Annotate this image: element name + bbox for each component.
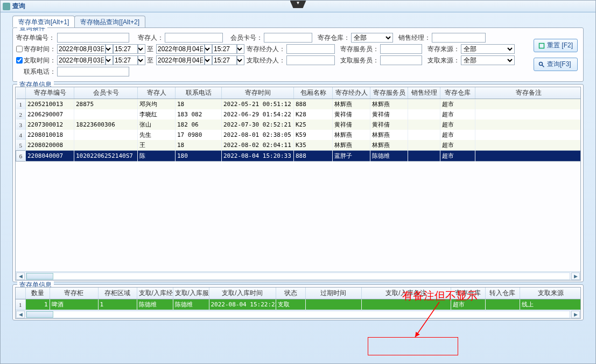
cell[interactable]: 888 [294,151,333,162]
cell[interactable]: 888 [294,99,333,110]
cell[interactable]: 超市 [440,151,475,162]
cell[interactable]: 2208020008 [26,140,74,151]
col-waiter[interactable]: 寄存服务员 [370,87,408,99]
input-deposit-to-time[interactable] [212,44,237,54]
scroll-thumb[interactable] [26,273,53,279]
table-row[interactable]: 1220521001328875邓兴均182022-05-21 00:51:12… [16,99,581,110]
checkbox-withdraw-time[interactable] [16,57,23,64]
cell[interactable]: 2205210013 [26,99,74,110]
cell[interactable]: 2022-08-01 02:38:05 [222,130,294,140]
spin-deposit-to-time[interactable] [237,44,244,54]
cell[interactable] [408,151,440,162]
cell[interactable]: 超市 [440,130,475,140]
cell[interactable]: 陈德维 [370,151,408,162]
cell[interactable]: 黄祥倩 [370,109,408,120]
spin-deposit-from-date[interactable] [106,44,113,54]
cell[interactable]: 2022-08-04 15:20:33 [222,151,294,162]
cell[interactable]: 5 [16,140,26,151]
scroll-thumb[interactable] [26,311,53,318]
input-depositor[interactable] [165,33,223,43]
cell[interactable]: K59 [294,130,333,140]
input-phone[interactable] [57,67,129,76]
col-deposit-time[interactable]: 寄存时间 [222,87,294,99]
cell[interactable]: 超市 [451,299,485,310]
cell[interactable] [475,151,581,162]
dcol-remark[interactable]: 支取/入库备注 [361,288,451,299]
cell[interactable]: 黄祥倩 [370,120,408,130]
cell[interactable]: 林辉燕 [370,130,408,140]
col-mgr[interactable]: 销售经理 [408,87,440,99]
dcol-source[interactable]: 支取来源 [520,288,581,299]
table-row[interactable]: 52208020008王182022-08-02 02:04:11K35林辉燕林… [16,140,581,151]
dcol-waiter[interactable]: 支取/入库服务员 [173,288,209,299]
select-deposit-source[interactable]: 全部 [461,44,515,54]
cell[interactable]: 超市 [440,140,475,151]
col-member-card[interactable]: 会员卡号 [74,87,138,99]
cell[interactable]: 啤酒 [50,299,98,310]
cell[interactable]: 18 [176,140,222,151]
dcol-wh[interactable]: 寄存仓库 [451,288,485,299]
cell[interactable]: 2022-05-21 00:51:12 [222,99,294,110]
tab-deposit-orders[interactable]: 寄存单查询[Alt+1] [12,16,75,27]
cell[interactable]: 2 [16,109,26,120]
cell[interactable]: 超市 [440,109,475,120]
col-phone[interactable]: 联系电话 [176,87,222,99]
cell[interactable]: 先生 [138,130,176,140]
cell[interactable] [408,109,440,120]
cell[interactable]: 182 06 [176,120,222,130]
cell[interactable]: 1 [16,299,25,310]
cell[interactable]: 10202206252140S7 [74,151,138,162]
cell[interactable]: 180 [176,151,222,162]
dcol-cabinet[interactable]: 寄存柜 [50,288,98,299]
dcol-expire[interactable]: 过期时间 [305,288,361,299]
input-withdraw-to-time[interactable] [212,55,237,65]
input-order-no[interactable] [57,33,129,43]
cell[interactable] [408,130,440,140]
cell[interactable]: 2022-06-29 01:54:22 [222,109,294,120]
cell[interactable]: 林辉燕 [370,99,408,110]
cell[interactable]: 2022-08-02 02:04:11 [222,140,294,151]
col-remark[interactable]: 寄存备注 [475,87,581,99]
cell[interactable] [475,120,581,130]
reset-button[interactable]: 重置 [F2] [534,39,578,52]
cell[interactable] [74,130,138,140]
input-member-card[interactable] [264,33,312,43]
col-depositor[interactable]: 寄存人 [138,87,176,99]
cell[interactable]: 2206290007 [26,109,74,120]
cell[interactable]: 林辉燕 [333,140,370,151]
cell[interactable]: K35 [294,140,333,151]
spin-withdraw-to-time[interactable] [237,55,244,65]
cell[interactable]: 1 [16,99,26,110]
cell[interactable]: 2208010018 [26,130,74,140]
cell[interactable] [408,120,440,130]
col-order-no[interactable]: 寄存单编号 [26,87,74,99]
cell[interactable]: 蓝胖子 [333,151,370,162]
cell[interactable]: 超市 [440,120,475,130]
cell[interactable]: 陈德维 [137,299,173,310]
cell[interactable] [475,130,581,140]
cell[interactable]: K28 [294,109,333,120]
orders-grid[interactable]: 寄存单编号 会员卡号 寄存人 联系电话 寄存时间 包厢名称 寄存经办人 寄存服务… [15,87,581,281]
input-withdraw-from-time[interactable] [113,55,138,65]
cell[interactable] [408,99,440,110]
tab-deposit-items[interactable]: 寄存物品查询[[Alt+2] [74,16,145,27]
scroll-left-icon[interactable]: ◀ [16,311,25,318]
cell[interactable]: 邓兴均 [138,99,176,110]
cell[interactable]: 超市 [440,99,475,110]
orders-h-scrollbar[interactable]: ◀ ▶ [16,271,580,280]
cell[interactable]: 陈德维 [173,299,209,310]
dcol-handler[interactable]: 支取/入库经办人 [137,288,173,299]
input-deposit-handler[interactable] [286,44,335,54]
input-withdraw-handler[interactable] [286,55,335,65]
cell[interactable]: 2207300012 [26,120,74,130]
scroll-track[interactable] [26,272,570,280]
table-row[interactable]: 42208010018先生17 09802022-08-01 02:38:05K… [16,130,581,140]
checkbox-deposit-time[interactable] [16,46,23,52]
cell[interactable]: 183 082 [176,109,222,120]
scroll-left-icon[interactable]: ◀ [16,272,25,280]
col-wh[interactable]: 寄存仓库 [440,87,475,99]
scroll-right-icon[interactable]: ▶ [571,272,580,280]
spin-withdraw-to-date[interactable] [205,55,212,65]
cell[interactable] [485,299,520,310]
dcol-towh[interactable]: 转入仓库 [485,288,520,299]
